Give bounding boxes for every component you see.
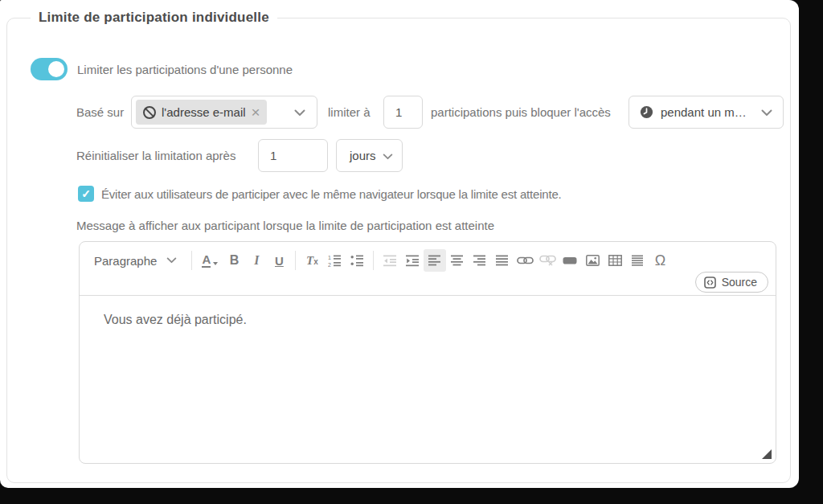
same-browser-checkbox[interactable]: ✓ [78,186,94,202]
source-button[interactable]: Source [695,272,768,293]
based-on-label: Basé sur [76,96,124,129]
align-center-icon [451,255,464,266]
check-icon: ✓ [81,187,91,200]
indent-icon [406,255,420,267]
chevron-down-icon [166,257,177,264]
numbered-list-icon: 1 2 [328,254,342,267]
insert-table-button[interactable] [604,249,626,272]
bold-button[interactable]: B [223,249,245,272]
settings-card: Limite de participation individuelle Lim… [0,0,799,488]
align-right-icon [473,255,486,266]
insert-button-button[interactable] [559,249,581,272]
link-button[interactable] [514,249,536,272]
limit-participation-toggle[interactable] [31,58,68,80]
chevron-down-icon [761,105,772,120]
toolbar-separator [373,251,374,270]
panel-legend: Limite de participation individuelle [31,10,277,26]
reset-value-input[interactable] [258,139,328,172]
italic-button[interactable]: I [245,249,268,272]
svg-text:2: 2 [328,262,331,268]
chevron-down-icon [294,105,305,120]
block-duration-value: pendant un m… [661,105,747,119]
button-icon [563,255,577,266]
toolbar-separator [295,251,296,270]
toggle-knob [48,61,64,77]
message-section-label: Message à afficher aux participant lorsq… [76,219,494,232]
same-browser-checkbox-label: Éviter aux utilisateurs de participer av… [101,187,562,201]
insert-image-button[interactable] [581,249,604,272]
align-left-icon [428,255,441,266]
chip-remove-icon[interactable]: × [252,104,260,120]
chevron-down-icon [383,149,393,163]
unlink-icon [539,255,556,266]
chip-label: l'adresse e-mail [162,105,246,119]
align-center-button[interactable] [446,249,469,272]
numbered-list-button[interactable]: 1 2 [323,249,346,272]
reset-unit-value: jours [350,149,376,162]
toolbar-separator [191,251,192,270]
horizontal-line-button[interactable] [626,249,649,272]
reset-unit-select[interactable]: jours [336,139,403,172]
toolbar-divider [80,295,776,296]
limit-count-wrap [383,96,423,129]
horizontal-line-icon [632,255,644,266]
ban-icon [143,106,156,119]
selected-criterion-chip[interactable]: l'adresse e-mail × [136,100,267,125]
outdent-icon [383,255,397,267]
clock-icon [640,105,653,119]
editor-content-area[interactable]: Vous avez déjà participé. [104,313,760,327]
reset-limit-label: Réinitialiser la limitation après [76,139,235,172]
bulleted-list-icon [350,254,364,267]
block-duration-select[interactable]: pendant un m… [629,96,784,129]
outdent-button [379,249,401,272]
justify-icon [496,255,509,266]
indent-button[interactable] [401,249,424,272]
bulleted-list-button[interactable] [346,249,368,272]
source-button-label: Source [722,276,757,289]
unlink-button [536,249,559,272]
remove-format-button[interactable]: Tx [301,249,323,272]
paragraph-format-value: Paragraphe [94,254,157,268]
justify-button[interactable] [491,249,514,272]
align-right-button[interactable] [469,249,491,272]
image-icon [586,255,600,266]
limit-participation-toggle-label: Limiter les participations d'une personn… [77,63,293,76]
source-code-icon [704,277,716,289]
limit-count-input[interactable] [383,96,423,129]
text-color-button[interactable]: A [197,249,223,272]
editor-resize-handle[interactable] [762,449,772,459]
paragraph-format-select[interactable]: Paragraphe [88,249,186,272]
based-on-select[interactable]: l'adresse e-mail × [131,96,317,129]
underline-button[interactable]: U [268,249,290,272]
svg-text:1: 1 [328,255,331,260]
editor-toolbar: Paragraphe A B I U Tx [88,248,768,273]
special-character-button[interactable]: Ω [649,249,671,272]
link-icon [517,256,534,265]
editor-toolbar-row2: Source [695,272,768,293]
reset-value-wrap [258,139,328,172]
editor-text: Vous avez déjà participé. [104,313,247,326]
caret-down-icon [213,262,218,265]
limit-to-label: limiter à [328,96,371,129]
block-access-label: participations puis bloquer l'accès [431,96,611,129]
align-left-button[interactable] [424,249,446,272]
table-icon [608,255,622,266]
message-rich-text-editor: Paragraphe A B I U Tx [79,241,776,464]
